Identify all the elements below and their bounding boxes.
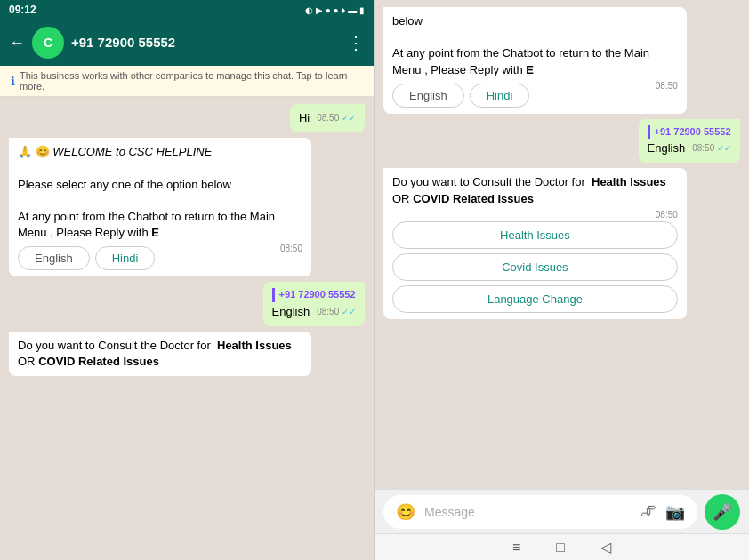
chat-body-left: Hi 08:50 ✓✓ 🙏 😊 WELCOME to CSC HELPLINE … — [0, 97, 374, 560]
msg-doctor-right: Do you want to Consult the Doctor for He… — [383, 168, 687, 318]
sender-label-right: +91 72900 55552 — [648, 125, 731, 139]
camera-icon[interactable]: 📷 — [665, 502, 685, 522]
msg-english-reply: +91 72900 55552 English 08:50 ✓✓ — [263, 282, 365, 326]
avatar: C — [32, 27, 64, 59]
msg-doctor-left: Do you want to Consult the Doctor for He… — [9, 332, 311, 376]
emoji-icon[interactable]: 😊 — [396, 502, 415, 522]
nav-menu-icon[interactable]: ≡ — [512, 540, 520, 556]
chat-body-right: below At any point from the Chatbot to r… — [374, 0, 749, 489]
language-change-btn[interactable]: Language Change — [392, 285, 678, 313]
input-bar: 😊 Message 🖇 📷 🎤 — [374, 489, 749, 533]
msg-doctor-text-left: Do you want to Consult the Doctor for He… — [18, 338, 302, 370]
right-panel: below At any point from the Chatbot to r… — [374, 0, 749, 560]
nav-back-icon[interactable]: ◁ — [600, 539, 611, 556]
msg-below: below At any point from the Chatbot to r… — [383, 7, 687, 114]
language-quick-replies: English Hindi — [18, 246, 273, 270]
msg-below-text: below At any point from the Chatbot to r… — [392, 13, 678, 78]
info-icon: ℹ — [11, 75, 15, 88]
status-icons: ◐ ▶ ● ● ♦ ▬ ▮ — [305, 5, 365, 15]
message-placeholder[interactable]: Message — [424, 505, 632, 519]
msg-hi-ticks: ✓✓ — [342, 113, 356, 123]
msg-welcome-time: 08:50 — [280, 243, 302, 255]
msg-hi: Hi 08:50 ✓✓ — [290, 104, 365, 132]
msg-welcome-text: 🙏 😊 WELCOME to CSC HELPLINE Please selec… — [18, 144, 302, 241]
msg-doctor-right-text: Do you want to Consult the Doctor for He… — [392, 174, 678, 206]
nav-home-icon[interactable]: □ — [556, 540, 565, 556]
status-time: 09:12 — [9, 4, 36, 16]
msg-english-time: 08:50 ✓✓ — [317, 306, 356, 318]
msg-english-right: +91 72900 55552 English 08:50 ✓✓ — [639, 119, 740, 164]
english-btn-left[interactable]: English — [18, 246, 90, 270]
language-quick-replies-right: English Hindi — [392, 84, 648, 108]
msg-english-right-time: 08:50 ✓✓ — [692, 142, 731, 155]
message-input-container[interactable]: 😊 Message 🖇 📷 — [383, 495, 697, 529]
msg-doctor-right-time: 08:50 — [656, 209, 678, 221]
mic-button[interactable]: 🎤 — [705, 494, 740, 530]
back-arrow-icon[interactable]: ← — [9, 34, 25, 52]
attach-icon[interactable]: 🖇 — [640, 502, 656, 521]
msg-english-text: English — [272, 305, 310, 318]
english-btn-right[interactable]: English — [392, 84, 464, 108]
chat-header: ← C +91 72900 55552 ⋮ — [0, 20, 374, 66]
header-info: +91 72900 55552 — [71, 35, 340, 51]
left-panel: 09:12 ◐ ▶ ● ● ♦ ▬ ▮ ← C +91 72900 55552 … — [0, 0, 374, 560]
menu-dots-icon[interactable]: ⋮ — [347, 32, 365, 53]
msg-english-ticks: ✓✓ — [342, 307, 356, 316]
hindi-btn-left[interactable]: Hindi — [95, 246, 156, 270]
info-banner-text: This business works with other companies… — [20, 70, 363, 92]
msg-english-right-ticks: ✓✓ — [717, 143, 731, 153]
sender-label: +91 72900 55552 — [272, 288, 356, 301]
health-issues-btn[interactable]: Health Issues — [392, 221, 678, 249]
covid-issues-btn[interactable]: Covid Issues — [392, 253, 678, 281]
msg-hi-time: 08:50 ✓✓ — [317, 112, 356, 124]
mic-icon: 🎤 — [713, 502, 732, 522]
contact-name: +91 72900 55552 — [71, 35, 340, 51]
msg-english-right-text: English — [648, 141, 686, 155]
msg-welcome: 🙏 😊 WELCOME to CSC HELPLINE Please selec… — [9, 138, 311, 276]
msg-below-time: 08:50 — [656, 80, 678, 92]
info-banner[interactable]: ℹ This business works with other compani… — [0, 66, 374, 97]
msg-hi-text: Hi — [299, 111, 310, 124]
nav-bar: ≡ □ ◁ — [374, 533, 749, 560]
hindi-btn-right[interactable]: Hindi — [470, 84, 530, 108]
status-bar: 09:12 ◐ ▶ ● ● ♦ ▬ ▮ — [0, 0, 374, 20]
